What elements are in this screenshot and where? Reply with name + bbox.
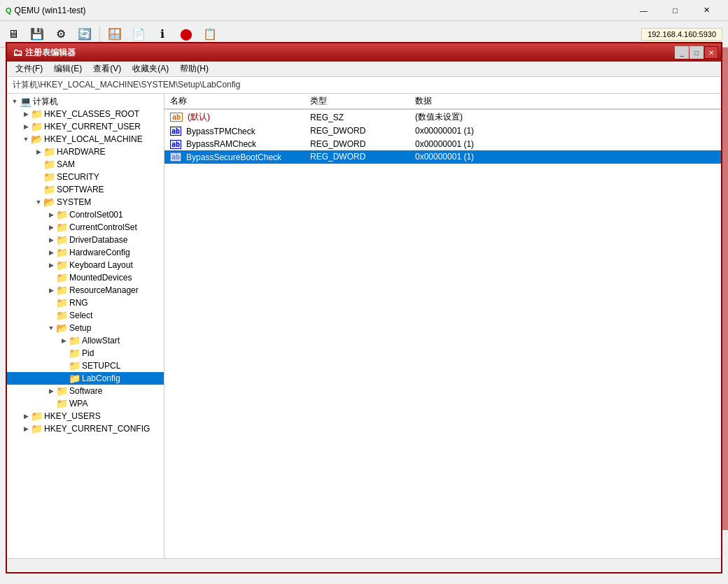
scroll-indicator [722, 48, 728, 530]
tree-item-wpa[interactable]: 📁 WPA [7, 397, 164, 410]
label-wpa: WPA [69, 399, 88, 408]
label-software-system: Software [69, 386, 102, 396]
reg-minimize-button[interactable]: _ [675, 46, 689, 59]
folder-icon-security: 📁 [43, 172, 55, 182]
folder-icon-software-root: 📁 [43, 185, 55, 194]
folder-icon-current-user: 📁 [31, 122, 42, 131]
toggle-hkey-users: ▶ [21, 411, 31, 421]
tree-item-software-system[interactable]: ▶ 📁 Software [7, 385, 164, 397]
tree-item-keyboard-layout[interactable]: ▶ 📁 Keyboard Layout [7, 259, 164, 271]
toolbar-save-btn[interactable]: 💾 [27, 24, 48, 44]
label-setupcl: SETUPCL [82, 361, 120, 371]
main-content: ▼ 💻 计算机 ▶ 📁 HKEY_CLASSES_ROOT ▶ 📁 HKEY_C… [7, 94, 721, 558]
tree-item-sam[interactable]: 📁 SAM [7, 158, 164, 171]
label-security: SECURITY [57, 172, 99, 182]
tree-item-system[interactable]: ▼ 📂 SYSTEM [7, 196, 164, 208]
folder-icon-currentcontrolset: 📁 [56, 222, 67, 232]
toolbar-stop-btn[interactable]: ⬤ [176, 24, 197, 44]
tree-item-controlset001[interactable]: ▶ 📁 ControlSet001 [7, 208, 164, 221]
folder-icon-allowstart: 📁 [69, 336, 80, 346]
toolbar-monitor-btn[interactable]: 🖥 [3, 24, 24, 44]
name-icon-default: ab (默认) [170, 111, 210, 123]
app-icon: Q [6, 6, 12, 15]
folder-icon-system: 📂 [43, 197, 55, 207]
tree-item-classes-root[interactable]: ▶ 📁 HKEY_CLASSES_ROOT [7, 108, 164, 120]
folder-icon-setup: 📂 [56, 323, 67, 333]
tree-item-software-root[interactable]: 📁 SOFTWARE [7, 183, 164, 196]
row-name-text: BypassRAMCheck [186, 139, 256, 149]
reg-close-button[interactable]: ✕ [704, 46, 718, 59]
toolbar-window-btn[interactable]: 🪟 [104, 24, 125, 44]
status-bar [7, 558, 721, 572]
label-currentcontrolset: CurrentControlSet [69, 222, 137, 232]
tree-item-current-user[interactable]: ▶ 📁 HKEY_CURRENT_USER [7, 120, 164, 133]
tree-item-hkey-users[interactable]: ▶ 📁 HKEY_USERS [7, 410, 164, 422]
toggle-hardware: ▶ [34, 147, 43, 157]
toggle-select [46, 311, 56, 320]
folder-icon-hkey-current-config: 📁 [31, 424, 42, 434]
menu-favorites[interactable]: 收藏夹(A) [127, 62, 174, 76]
tree-item-select[interactable]: 📁 Select [7, 309, 164, 322]
toolbar-refresh-btn[interactable]: 🔄 [74, 24, 95, 44]
tree-item-currentcontrolset[interactable]: ▶ 📁 CurrentControlSet [7, 221, 164, 234]
tree-item-resourcemanager[interactable]: ▶ 📁 ResourceManager [7, 284, 164, 297]
col-header-data: 数据 [410, 94, 721, 109]
toggle-wpa [46, 399, 56, 408]
menu-view[interactable]: 查看(V) [88, 62, 127, 76]
tree-item-labconfig[interactable]: 📁 LabConfig [7, 372, 164, 385]
label-resourcemanager: ResourceManager [69, 285, 139, 295]
label-software-root: SOFTWARE [57, 185, 104, 194]
toggle-current-user: ▶ [21, 122, 31, 131]
folder-icon-classes-root: 📁 [31, 109, 42, 119]
label-current-user: HKEY_CURRENT_USER [44, 122, 141, 131]
menu-file[interactable]: 文件(F) [10, 62, 48, 76]
label-computer: 计算机 [33, 96, 58, 108]
toolbar-settings-btn[interactable]: ⚙ [50, 24, 71, 44]
tree-item-computer[interactable]: ▼ 💻 计算机 [7, 95, 164, 108]
tree-panel[interactable]: ▼ 💻 计算机 ▶ 📁 HKEY_CLASSES_ROOT ▶ 📁 HKEY_C… [7, 94, 164, 558]
menu-edit[interactable]: 编辑(E) [48, 62, 88, 76]
toolbar-doc-btn[interactable]: 📄 [128, 24, 149, 44]
tree-item-setupcl[interactable]: 📁 SETUPCL [7, 359, 164, 372]
tree-item-hkey-current-config[interactable]: ▶ 📁 HKEY_CURRENT_CONFIG [7, 422, 164, 435]
toggle-system: ▼ [34, 197, 43, 207]
label-pid: Pid [82, 348, 94, 358]
tree-item-mounteddevices[interactable]: 📁 MountedDevices [7, 271, 164, 284]
label-classes-root: HKEY_CLASSES_ROOT [44, 109, 139, 119]
table-row[interactable]: ab (默认) REG_SZ (数值未设置) [164, 109, 721, 124]
maximize-button[interactable]: □ [659, 3, 691, 18]
table-row[interactable]: ab BypassRAMCheck REG_DWORD 0x00000001 (… [164, 138, 721, 151]
folder-icon-keyboard-layout: 📁 [56, 260, 67, 270]
tree-item-hardwareconfig[interactable]: ▶ 📁 HardwareConfig [7, 246, 164, 259]
label-sam: SAM [57, 159, 75, 169]
label-hkey-users: HKEY_USERS [44, 411, 101, 421]
folder-icon-select: 📁 [56, 311, 67, 320]
menu-help[interactable]: 帮助(H) [174, 62, 214, 76]
title-text: QEMU (win11-test) [15, 6, 628, 15]
tree-item-driverdatabase[interactable]: ▶ 📁 DriverDatabase [7, 234, 164, 246]
close-button[interactable]: ✕ [691, 3, 722, 18]
table-row[interactable]: ab BypassSecureBootCheck REG_DWORD 0x000… [164, 150, 721, 164]
row-name: ab BypassRAMCheck [164, 138, 304, 151]
row-name-text: (默认) [188, 111, 210, 123]
minimize-button[interactable]: — [628, 3, 659, 18]
toolbar-clip-btn[interactable]: 📋 [200, 24, 220, 44]
tree-item-pid[interactable]: 📁 Pid [7, 347, 164, 359]
tree-item-security[interactable]: 📁 SECURITY [7, 171, 164, 183]
toggle-hardwareconfig: ▶ [46, 248, 56, 257]
col-header-name: 名称 [164, 94, 304, 109]
table-row[interactable]: ab BypassTPMCheck REG_DWORD 0x00000001 (… [164, 124, 721, 138]
folder-icon-computer: 💻 [20, 97, 31, 106]
tree-item-rng[interactable]: 📁 RNG [7, 297, 164, 309]
toggle-computer: ▼ [10, 97, 20, 106]
toggle-security [34, 172, 43, 182]
reg-maximize-button[interactable]: □ [690, 46, 704, 59]
label-mounteddevices: MountedDevices [69, 273, 132, 283]
tree-item-hardware[interactable]: ▶ 📁 HARDWARE [7, 145, 164, 158]
tree-item-allowstart[interactable]: ▶ 📁 AllowStart [7, 334, 164, 347]
tree-item-setup[interactable]: ▼ 📂 Setup [7, 322, 164, 334]
toolbar-info-btn[interactable]: ℹ [152, 24, 173, 44]
registry-editor-window: 🗂 注册表编辑器 _ □ ✕ 文件(F) 编辑(E) 查看(V) 收藏夹(A) … [6, 42, 722, 574]
tree-item-local-machine[interactable]: ▼ 📂 HKEY_LOCAL_MACHINE [7, 133, 164, 145]
name-icon-secureboot: ab BypassSecureBootCheck [170, 152, 281, 162]
